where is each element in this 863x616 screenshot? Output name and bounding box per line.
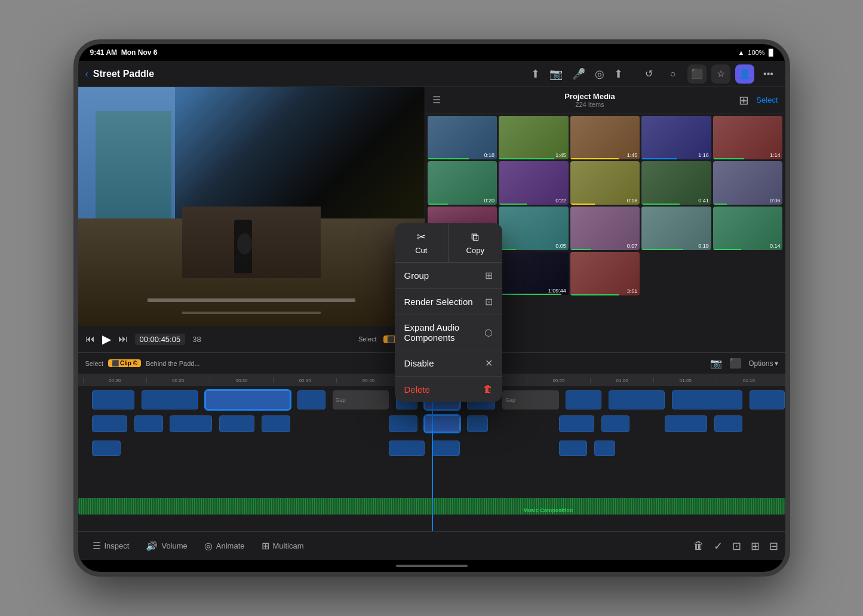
media-thumb-10[interactable]: 0:06 [713, 161, 783, 205]
split-icon[interactable]: ⊡ [732, 540, 741, 553]
photo-library-btn[interactable]: ⬛ [687, 64, 707, 84]
ruler-mark: 01:05 [653, 378, 717, 383]
skip-back-button[interactable]: ⏮ [85, 334, 95, 344]
toolbar-center-icons: ⬆ 📷 🎤 ◎ ⬆ [531, 67, 623, 81]
broll-8[interactable] [467, 415, 489, 432]
broll-11[interactable] [665, 415, 707, 432]
clip-gap-1: Gap [333, 390, 389, 409]
ruler-mark: 00:30 [210, 378, 273, 383]
detach-icon[interactable]: ⊞ [751, 540, 760, 553]
media-thumb-17[interactable]: 1:09:44 [499, 252, 569, 295]
lower-5[interactable] [594, 441, 616, 456]
ruler-mark: 01:10 [717, 378, 780, 383]
lower-2[interactable] [389, 441, 424, 456]
battery-percentage: 100% [748, 49, 764, 56]
media-thumb-13[interactable]: 0:07 [570, 207, 640, 250]
wifi-icon: ▲ [738, 49, 744, 56]
broll-7-selected[interactable] [425, 415, 460, 432]
inspect-icon: ☰ [93, 540, 101, 552]
camera-icon[interactable]: 📷 [549, 67, 563, 81]
circle-icon-btn[interactable]: ○ [664, 64, 683, 84]
grid-view-icon[interactable]: ⊞ [739, 93, 749, 107]
timeline-playhead[interactable] [432, 386, 433, 531]
expand-audio-label: Expand Audio Components [404, 322, 484, 343]
lower-4[interactable] [559, 441, 587, 456]
clip-8[interactable] [566, 390, 601, 409]
share-icon[interactable]: ⬆ [531, 67, 540, 81]
list-view-icon[interactable]: ☰ [432, 94, 441, 106]
broll-9[interactable] [559, 415, 594, 432]
current-timecode: 00:00:45:05 [135, 334, 186, 345]
ipad-screen: 9:41 AM Mon Nov 6 ▲ 100% ▉ ‹ Street Padd… [78, 44, 785, 572]
group-menu-item[interactable]: Group ⊞ [395, 263, 502, 289]
media-thumb-18[interactable]: 3:51 [570, 252, 640, 295]
media-thumb-5[interactable]: 1:14 [713, 116, 783, 159]
back-button[interactable]: ‹ [85, 69, 88, 79]
multicam-button[interactable]: ⊞ Multicam [254, 537, 311, 555]
clip-3-selected[interactable] [205, 390, 290, 409]
media-thumb-7[interactable]: 0:22 [499, 161, 569, 205]
broll-4[interactable] [219, 415, 254, 432]
status-bar: 9:41 AM Mon Nov 6 ▲ 100% ▉ [78, 44, 785, 61]
animate-button[interactable]: ◎ Animate [197, 537, 252, 555]
disable-menu-item[interactable]: Disable ✕ [395, 350, 502, 377]
camera-mode-icon[interactable]: 📷 [710, 358, 722, 369]
broll-12[interactable] [714, 415, 742, 432]
video-player[interactable] [78, 87, 425, 326]
ruler-mark: 00:25 [146, 378, 210, 383]
delete-menu-item[interactable]: Delete 🗑 [395, 377, 502, 402]
broll-5[interactable] [262, 415, 290, 432]
star-icon-btn[interactable]: ☆ [711, 64, 730, 84]
disable-icon: ✕ [485, 358, 493, 369]
location-icon[interactable]: ◎ [595, 67, 604, 81]
person-icon-btn[interactable]: 👤 [735, 64, 754, 84]
clip-1[interactable] [92, 390, 134, 409]
media-select-button[interactable]: Select [756, 96, 778, 104]
volume-button [73, 164, 75, 193]
media-thumb-4[interactable]: 1:16 [641, 116, 711, 159]
top-toolbar: ‹ Street Paddle ⬆ 📷 🎤 ◎ ⬆ ↺ ○ ⬛ ☆ 👤 ••• [78, 61, 785, 87]
clip-11[interactable] [750, 390, 785, 409]
mic-icon[interactable]: 🎤 [572, 67, 585, 81]
inspect-button[interactable]: ☰ Inspect [85, 537, 137, 555]
media-thumb-6[interactable]: 0:20 [428, 161, 497, 205]
broll-1[interactable] [92, 415, 127, 432]
clip-4[interactable] [297, 390, 325, 409]
media-thumb-15[interactable]: 0:14 [713, 207, 783, 250]
volume-button-toolbar[interactable]: 🔊 Volume [139, 537, 194, 555]
trash-icon[interactable]: 🗑 [693, 540, 704, 552]
skip-forward-button[interactable]: ⏭ [118, 334, 128, 344]
broll-2[interactable] [134, 415, 162, 432]
render-selection-menu-item[interactable]: Render Selection ⊡ [395, 289, 502, 315]
media-thumb-14[interactable]: 0:19 [641, 207, 711, 250]
media-thumb-9[interactable]: 0:41 [641, 161, 711, 205]
export-icon[interactable]: ⬆ [614, 67, 623, 81]
expand-audio-menu-item[interactable]: Expand Audio Components ⬡ [395, 315, 502, 350]
clip-view-icon[interactable]: ⬛ [729, 358, 741, 369]
checkmark-icon[interactable]: ✓ [714, 540, 723, 553]
broll-3[interactable] [170, 415, 212, 432]
media-thumb-2[interactable]: 1:45 [499, 116, 569, 159]
timeline-tracks[interactable]: Gap Gap [78, 386, 785, 531]
broll-10[interactable] [601, 415, 629, 432]
crop-icon[interactable]: ⊟ [769, 540, 778, 553]
history-icon-btn[interactable]: ↺ [640, 64, 659, 84]
more-options-btn[interactable]: ••• [759, 64, 778, 84]
play-button[interactable]: ▶ [102, 332, 111, 346]
animate-icon: ◎ [204, 540, 213, 552]
media-thumb-12[interactable]: 0:05 [499, 207, 569, 250]
media-thumb-8[interactable]: 0:18 [570, 161, 640, 205]
options-button[interactable]: Options ▾ [748, 359, 778, 368]
media-thumb-3[interactable]: 1:45 [570, 116, 640, 159]
lower-3[interactable] [432, 441, 460, 456]
clip-9[interactable] [609, 390, 665, 409]
disable-label: Disable [404, 358, 434, 368]
broll-6[interactable] [389, 415, 417, 432]
cut-action[interactable]: ✂ Cut [395, 223, 449, 262]
lower-1[interactable] [92, 441, 120, 456]
clip-10[interactable] [672, 390, 742, 409]
clip-2[interactable] [142, 390, 198, 409]
copy-action[interactable]: ⧉ Copy [449, 223, 502, 262]
media-thumb-1[interactable]: 0:18 [428, 116, 497, 159]
trash-menu-icon: 🗑 [483, 384, 493, 395]
